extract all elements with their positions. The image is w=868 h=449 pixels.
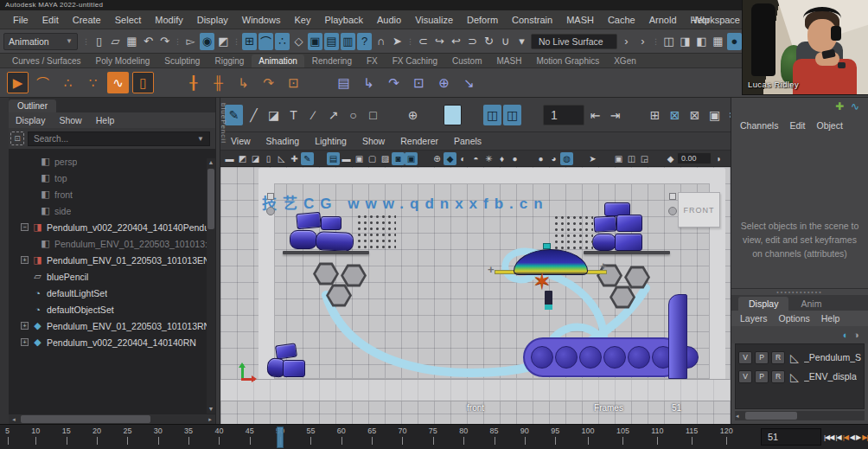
tick-85[interactable]: 85 <box>490 426 499 436</box>
vp-shaded-icon[interactable]: ▬ <box>340 152 353 165</box>
tick-120[interactable]: 120 <box>720 426 733 436</box>
vp-safeaction-icon[interactable]: ♦ <box>495 152 508 165</box>
vp-axis-icon[interactable]: ✚ <box>288 152 301 165</box>
highlight-selection-icon[interactable]: ➤ <box>390 33 405 50</box>
scroll-right-icon[interactable]: ▸ <box>206 414 214 424</box>
tick-65[interactable]: 65 <box>367 426 376 436</box>
open-render-view-icon[interactable]: ◫ <box>661 33 676 50</box>
expander-icon[interactable]: + <box>21 338 29 346</box>
tick-80[interactable]: 80 <box>459 426 468 436</box>
rig-tip[interactable] <box>543 243 551 249</box>
play-backwards-button[interactable]: ◀ <box>849 428 855 446</box>
tick-105[interactable]: 105 <box>616 426 629 436</box>
shelf-tab-xgen[interactable]: XGen <box>607 55 643 67</box>
channel-box-menu-object[interactable]: Object <box>817 120 843 131</box>
vp-fieldchart-icon[interactable]: ✳ <box>482 152 495 165</box>
vp-rotate-icon[interactable]: ◆ <box>664 152 677 165</box>
rig-stick[interactable] <box>545 291 552 310</box>
expander-icon[interactable]: + <box>21 322 29 330</box>
tick-90[interactable]: 90 <box>520 426 529 436</box>
parent-constraint-icon[interactable]: ▤ <box>333 72 354 93</box>
layer-menu-options[interactable]: Options <box>779 313 810 324</box>
xform-icon[interactable]: ✚ <box>835 100 844 117</box>
block-stack-right[interactable] <box>592 202 646 253</box>
vp-shadows-icon[interactable]: ▨ <box>379 152 392 165</box>
bp-transform-icon[interactable]: ⊕ <box>404 105 422 125</box>
vp-camera-icon[interactable]: ▬ <box>223 152 236 165</box>
output-connection-icon[interactable]: ↩ <box>449 33 463 50</box>
vp-gatemask-icon[interactable]: ◓ <box>469 152 482 165</box>
set-key-options-icon[interactable]: ╫ <box>207 72 229 93</box>
bp-line-icon[interactable]: ∕ <box>304 105 322 125</box>
snap-curve-icon[interactable]: ⌒ <box>258 33 273 50</box>
tick-40[interactable]: 40 <box>214 426 223 436</box>
menu-set-dropdown[interactable]: Animation ▼ <box>3 33 78 50</box>
outliner-item-pendulum-rn[interactable]: +◆Pendulum_v002_220404_140140RN <box>9 334 215 350</box>
tick-60[interactable]: 60 <box>337 426 346 436</box>
layer-row-pendulum[interactable]: V P R ◺ _Pendulum_S <box>738 348 861 367</box>
outliner-item-env-rn[interactable]: +◆Pendulum_ENV_01_220503_101013RN <box>9 318 215 334</box>
vp-isolate-icon[interactable]: ● <box>534 152 547 165</box>
menu-arnold[interactable]: Arnold <box>643 13 683 27</box>
bp-duplicate-frame-icon[interactable]: ▣ <box>705 105 724 125</box>
curve-icon[interactable]: ∿ <box>851 100 859 117</box>
orient-constraint-icon[interactable]: ↷ <box>383 72 405 93</box>
bp-eraser-icon[interactable]: ◪ <box>265 105 283 125</box>
tick-10[interactable]: 10 <box>31 426 40 436</box>
history-toggle-icon[interactable]: ⊃ <box>465 33 480 50</box>
set-key-icon[interactable]: ╂ <box>182 72 204 93</box>
vp-imageplane-icon[interactable]: ◺ <box>275 152 288 165</box>
modeling-toolkit-icon[interactable]: ▥ <box>341 33 355 50</box>
purple-pipe[interactable] <box>668 294 687 379</box>
bp-prev-frame-icon[interactable]: ⇤ <box>586 105 604 125</box>
layer-playback-toggle[interactable]: P <box>755 370 769 383</box>
render-sequence-icon[interactable]: ▦ <box>711 33 725 50</box>
vp-wireframe-icon[interactable]: ▤ <box>327 152 340 165</box>
shelf-tab-mash[interactable]: MASH <box>489 55 528 67</box>
tick-45[interactable]: 45 <box>246 426 254 436</box>
select-component-icon[interactable]: ◩ <box>216 33 231 50</box>
menu-windows[interactable]: Windows <box>236 13 287 27</box>
menu-deform[interactable]: Deform <box>461 13 504 27</box>
menu-edit[interactable]: Edit <box>36 13 65 27</box>
set-translate-key-icon[interactable]: ↳ <box>233 72 254 93</box>
block[interactable] <box>290 230 317 249</box>
outliner-tab[interactable]: Outliner <box>9 99 56 112</box>
save-scene-icon[interactable]: ▦ <box>124 33 139 50</box>
tick-55[interactable]: 55 <box>306 426 315 436</box>
snap-view-plane-icon[interactable]: ◇ <box>291 33 306 50</box>
shelf-tab-sculpting[interactable]: Sculpting <box>157 55 207 67</box>
new-layer-selected-icon[interactable]: ◑ <box>853 330 859 340</box>
viewport-menu-shading[interactable]: Shading <box>266 136 300 146</box>
undo-icon[interactable]: ↶ <box>141 33 156 50</box>
outliner-search-input[interactable]: Search... ▼ <box>28 131 210 146</box>
vp-greasepencil-icon[interactable]: ➤ <box>586 152 599 165</box>
shelf-tab-fx-caching[interactable]: FX Caching <box>386 55 444 67</box>
scroll-left-icon[interactable]: ◂ <box>10 414 18 424</box>
panel-next-icon[interactable]: › <box>619 33 634 50</box>
vp-jointxray-icon[interactable]: ◍ <box>560 152 573 165</box>
block[interactable] <box>296 212 321 229</box>
redo-icon[interactable]: ↷ <box>157 33 172 50</box>
vp-resolution-gate-icon[interactable]: ◐ <box>456 152 469 165</box>
bp-rect-icon[interactable]: □ <box>364 105 382 125</box>
tick-70[interactable]: 70 <box>398 426 406 436</box>
outliner-item-side[interactable]: ◧side <box>9 202 215 219</box>
input-connection-icon[interactable]: ⊂ <box>416 33 431 50</box>
shelf-tab-rigging[interactable]: Rigging <box>207 55 251 67</box>
block[interactable] <box>316 231 354 252</box>
panel-vertical-title[interactable]: bluePencil <box>220 103 227 144</box>
conveyor-roller[interactable] <box>579 346 602 369</box>
bp-next-frame-icon[interactable]: ⇥ <box>606 105 624 125</box>
bp-onion-next-icon[interactable]: ◫ <box>503 105 521 125</box>
current-frame-field[interactable]: 51 <box>761 428 821 446</box>
block[interactable] <box>283 360 305 377</box>
scrollbar-thumb[interactable] <box>745 412 797 420</box>
editable-motion-trail-icon[interactable]: ∿ <box>107 72 129 93</box>
outliner-item-top[interactable]: ◧top <box>9 170 215 186</box>
tick-75[interactable]: 75 <box>429 426 437 436</box>
set-rotate-key-icon[interactable]: ↷ <box>258 72 279 93</box>
hexagon[interactable] <box>610 285 635 309</box>
vp-persp-icon[interactable]: ◩ <box>236 152 249 165</box>
vp-bookmark-icon[interactable]: ▯ <box>262 152 275 165</box>
